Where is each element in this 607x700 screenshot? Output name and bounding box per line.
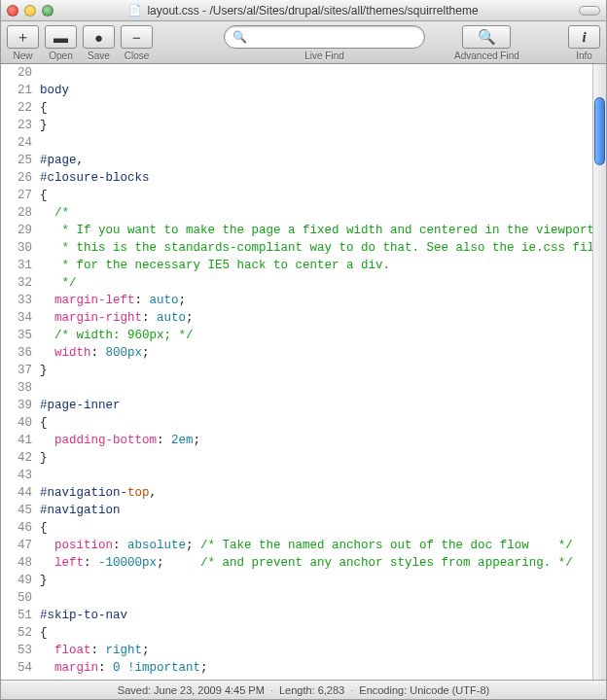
- code-line[interactable]: font-size: 0.8em;: [40, 677, 592, 680]
- line-number: 35: [1, 327, 32, 344]
- code-area[interactable]: body{}#page,#closure-blocks{ /* * If you…: [40, 64, 592, 680]
- code-line[interactable]: * If you want to make the page a fixed w…: [40, 222, 592, 239]
- document-icon: 📄: [128, 4, 142, 17]
- status-saved: Saved: June 23, 2009 4:45 PM: [118, 684, 265, 696]
- line-number: 54: [1, 659, 32, 677]
- code-line[interactable]: */: [40, 274, 592, 292]
- editor-window: 📄 layout.css - /Users/al/Sites/drupal/si…: [0, 0, 607, 700]
- line-number: 24: [1, 134, 32, 152]
- line-number: 48: [1, 554, 32, 572]
- titlebar[interactable]: 📄 layout.css - /Users/al/Sites/drupal/si…: [1, 0, 606, 21]
- code-line[interactable]: /* width: 960px; */: [40, 327, 592, 344]
- line-number: 49: [1, 572, 32, 589]
- minus-icon: −: [132, 29, 141, 46]
- line-number: 22: [1, 99, 32, 117]
- code-line[interactable]: #navigation: [40, 502, 592, 519]
- live-find-label: Live Find: [304, 51, 344, 61]
- open-label: Open: [49, 51, 72, 61]
- code-line[interactable]: margin-right: auto;: [40, 309, 592, 327]
- code-line[interactable]: left: -10000px; /* and prevent any ancho…: [40, 554, 592, 572]
- code-line[interactable]: {: [40, 187, 592, 204]
- code-line[interactable]: body: [40, 82, 592, 99]
- line-number: 43: [1, 467, 32, 484]
- open-button[interactable]: ▬: [45, 25, 77, 49]
- tb-group-advfind: 🔍 Advanced Find: [454, 25, 519, 61]
- code-line[interactable]: padding-bottom: 2em;: [40, 432, 592, 449]
- tb-group-new: ＋ New: [7, 25, 39, 61]
- code-line[interactable]: position: absolute; /* Take the named an…: [40, 537, 592, 554]
- window-title: layout.css - /Users/al/Sites/drupal/site…: [147, 4, 478, 18]
- status-sep: ·: [350, 684, 353, 696]
- status-encoding: Encoding: Unicode (UTF-8): [359, 684, 489, 696]
- close-window-button[interactable]: [7, 5, 18, 17]
- live-find-input[interactable]: [251, 30, 416, 44]
- plus-icon: ＋: [16, 28, 30, 47]
- line-number: 47: [1, 537, 32, 554]
- code-line[interactable]: }: [40, 572, 592, 589]
- code-line[interactable]: #navigation-top,: [40, 484, 592, 502]
- line-number-gutter: 2021222324252627282930313233343536373839…: [1, 64, 40, 680]
- info-button[interactable]: i: [568, 25, 600, 49]
- close-button[interactable]: −: [121, 25, 153, 49]
- code-line[interactable]: }: [40, 449, 592, 467]
- info-label: Info: [576, 51, 592, 61]
- line-number: 23: [1, 117, 32, 134]
- code-line[interactable]: #skip-to-nav: [40, 607, 592, 624]
- code-line[interactable]: margin-left: auto;: [40, 292, 592, 309]
- code-line[interactable]: [40, 134, 592, 152]
- code-line[interactable]: {: [40, 414, 592, 432]
- new-button[interactable]: ＋: [7, 25, 39, 49]
- code-line[interactable]: * this is the standards-compliant way to…: [40, 239, 592, 257]
- tb-group-info: i Info: [568, 25, 600, 61]
- code-line[interactable]: {: [40, 99, 592, 117]
- code-line[interactable]: {: [40, 519, 592, 537]
- toolbar-pill-button[interactable]: [579, 6, 600, 16]
- new-label: New: [13, 51, 32, 61]
- save-icon: ●: [94, 29, 103, 46]
- code-line[interactable]: [40, 64, 592, 82]
- folder-icon: ▬: [54, 29, 68, 46]
- advanced-find-button[interactable]: 🔍: [462, 25, 511, 49]
- tb-group-livefind: 🔍 Live Find: [224, 25, 425, 61]
- minimize-window-button[interactable]: [24, 5, 36, 17]
- code-line[interactable]: /*: [40, 204, 592, 222]
- save-label: Save: [88, 51, 110, 61]
- title-wrap: 📄 layout.css - /Users/al/Sites/drupal/si…: [1, 4, 606, 18]
- save-button[interactable]: ●: [83, 25, 115, 49]
- line-number: 25: [1, 152, 32, 169]
- line-number: 31: [1, 257, 32, 274]
- live-find-field[interactable]: 🔍: [224, 25, 425, 49]
- vertical-scrollbar[interactable]: [592, 64, 606, 680]
- line-number: 29: [1, 222, 32, 239]
- line-number: 36: [1, 344, 32, 362]
- status-bar: Saved: June 23, 2009 4:45 PM · Length: 6…: [1, 680, 606, 699]
- line-number: 32: [1, 274, 32, 292]
- code-line[interactable]: [40, 467, 592, 484]
- zoom-window-button[interactable]: [42, 5, 54, 17]
- line-number: 33: [1, 292, 32, 309]
- line-number: 37: [1, 362, 32, 379]
- code-line[interactable]: [40, 379, 592, 397]
- line-number: 55: [1, 677, 32, 680]
- code-line[interactable]: margin: 0 !important;: [40, 659, 592, 677]
- code-line[interactable]: #closure-blocks: [40, 169, 592, 187]
- code-line[interactable]: }: [40, 117, 592, 134]
- code-line[interactable]: {: [40, 624, 592, 642]
- line-number: 51: [1, 607, 32, 624]
- tb-group-open: ▬ Open: [45, 25, 77, 61]
- code-line[interactable]: }: [40, 362, 592, 379]
- close-label: Close: [125, 51, 150, 61]
- line-number: 41: [1, 432, 32, 449]
- scroll-thumb[interactable]: [594, 97, 605, 165]
- line-number: 27: [1, 187, 32, 204]
- line-number: 34: [1, 309, 32, 327]
- code-line[interactable]: float: right;: [40, 642, 592, 659]
- code-line[interactable]: #page-inner: [40, 397, 592, 414]
- line-number: 52: [1, 624, 32, 642]
- code-line[interactable]: width: 800px;: [40, 344, 592, 362]
- code-line[interactable]: [40, 589, 592, 607]
- toolbar: ＋ New ▬ Open ● Save − Close 🔍 Live Find …: [1, 21, 606, 64]
- tb-group-save: ● Save: [83, 25, 115, 61]
- code-line[interactable]: * for the necessary IE5 hack to center a…: [40, 257, 592, 274]
- code-line[interactable]: #page,: [40, 152, 592, 169]
